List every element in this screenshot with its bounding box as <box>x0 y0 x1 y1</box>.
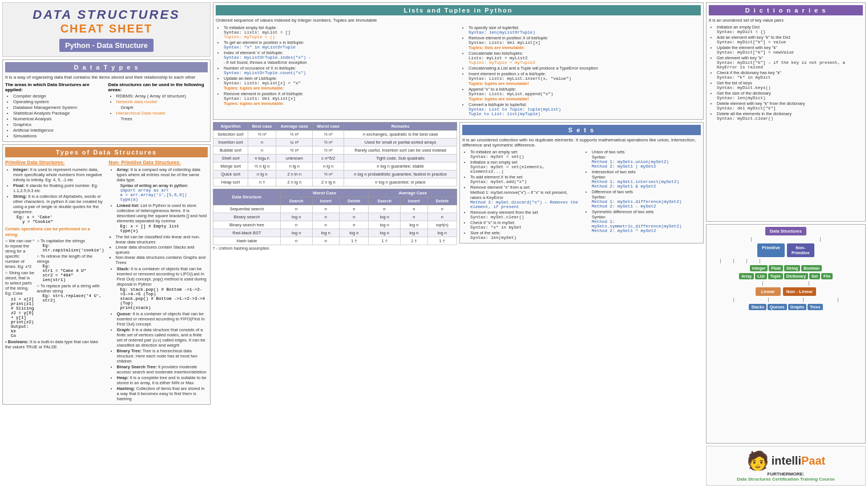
intellipaat-block: 🧑 intelliPaat FURTHERMORE: Data Structur… <box>706 446 866 486</box>
tree-node-tuple: Tuple <box>768 273 783 279</box>
string-op-item: ○ String can be sliced, that is to selec… <box>5 270 34 296</box>
cell: n <box>369 205 401 213</box>
cell: 1 † <box>427 237 457 245</box>
cell: ½ n² <box>276 131 313 139</box>
cell: ½ n² <box>313 147 344 154</box>
set-item: Check if "x" is in mySet Syntax: "x" in … <box>470 220 579 230</box>
title-block: DATA STRUCTURES CHEAT SHEET Python - Dat… <box>2 2 211 57</box>
tree-node-queues: Queues <box>768 304 787 310</box>
cell: ½ n² <box>313 139 344 147</box>
lists-list2: To specify size of tuple/list: Syntax: l… <box>461 25 701 116</box>
lists-cols: To initialize empty list /tuple: Syntax:… <box>216 25 701 117</box>
cell: n lg n <box>248 170 276 178</box>
cell: ¼ n² <box>276 139 313 147</box>
algo-header-row: Algorithm Best case Average case Worst c… <box>213 123 457 131</box>
title-line2: CHEAT SHEET <box>7 22 205 35</box>
types-header: Types of Data Structures <box>5 147 208 157</box>
table-row: Hash table n n 1 † 1 † 1 † 1 † <box>213 237 457 245</box>
area-item: Compiler design <box>13 93 105 99</box>
cell: n <box>280 205 312 213</box>
cell: log n <box>280 213 312 221</box>
ll-item: The list can be classified into linear a… <box>116 234 208 245</box>
sets-intro: It is an unordered collection with no du… <box>462 137 701 148</box>
types-cols: Primitive Data Structures: Integer: It i… <box>5 160 208 402</box>
code-example: len(str1) <box>37 278 104 282</box>
search-col: Delete <box>427 197 457 205</box>
string-ops-left: ○ We can use * to repeat the string for … <box>5 238 34 338</box>
cell: log n <box>340 229 369 237</box>
cell: n log n guarantee; in place <box>344 178 457 186</box>
tree-connectors-l2 <box>709 259 863 263</box>
cell: n <box>248 139 276 147</box>
sets-col1: To initialize an empty set: Syntax: mySe… <box>462 149 579 241</box>
cell: 1 † <box>369 237 401 245</box>
sets-header: S e t s <box>462 125 701 135</box>
np-item: Binary Tree: Tree is a hierarchical data… <box>117 348 208 364</box>
tree-connectors-l1 <box>717 237 855 242</box>
algo-col-algorithm: Algorithm <box>213 123 248 131</box>
code-example: type(x) <box>109 229 208 233</box>
cell: log n <box>427 229 457 237</box>
cell: c n^5/2 <box>313 154 344 162</box>
sets-block: S e t s It is an unordered collection wi… <box>459 122 704 243</box>
string-ops-heading: Certain operations can be performed on a… <box>5 226 104 237</box>
search-col: Search <box>280 197 312 205</box>
primitive-list: Integer: It is used to represent numeric… <box>5 167 104 214</box>
lists-header: Lists and Tuples in Python <box>216 5 701 15</box>
algo-col-worst: Worst case <box>313 123 344 131</box>
algo-col-best: Best case <box>248 123 276 131</box>
cell: Merge sort <box>213 162 248 170</box>
code-example: Eg: x = [] # Empty list <box>109 224 208 229</box>
ds-tree-block: Data Structures Primitive Non-Primitive <box>706 224 866 444</box>
primitive-item: String: It is a collection of Alphabets,… <box>13 194 104 214</box>
cell: n <box>401 213 428 221</box>
code-example: a = arr.array('i',[5,6,9]) <box>109 193 208 197</box>
np-item: Queue: It is a container of objects that… <box>117 311 208 327</box>
lists-intro: Ordered sequence of values indexed by in… <box>216 18 701 23</box>
list-item: Index of element 'x' of list/tuple: Synt… <box>224 50 456 65</box>
cell: n lg n <box>276 162 313 170</box>
area-item: Graphics <box>13 122 105 127</box>
cell: ½ n² <box>276 147 313 154</box>
cell: sqrt(n) <box>427 221 457 229</box>
list-item: To get an element in position x in list/… <box>224 40 456 50</box>
algo-table: Algorithm Best case Average case Worst c… <box>213 122 457 186</box>
string-op-item: ○ To retrieve the length of the strings <box>37 254 104 264</box>
search-tbody: Sequential search n n n n n n Binary sea… <box>213 205 457 245</box>
set-item: Union of two sets Syntax: Method 1: mySe… <box>592 149 701 169</box>
search-table: Data Structure Worst Case Average Case S… <box>213 189 457 245</box>
table-row: Quick sort n lg n 2 n ln n ½ n² n log n … <box>213 170 457 178</box>
cell: n <box>280 221 312 229</box>
dict-item: Get the list of keys Syntax: myDict.keys… <box>717 80 863 90</box>
code-example: print(z2) <box>5 320 34 324</box>
primitive-col: Primitive Data Structures: Integer: It i… <box>5 160 104 402</box>
primitive-item: Float: It stands for floating point numb… <box>13 183 104 193</box>
search-col: Delete <box>340 197 369 205</box>
types-block: Types of Data Structures Primitive Data … <box>2 144 211 405</box>
intellipaat-logo-figure: 🧑 intelliPaat <box>710 450 862 471</box>
list-item: Convert a list/tuple to tuple/list: Synt… <box>469 102 701 116</box>
v-line <box>809 281 809 286</box>
tree-node-nonprimitive: Non-Primitive <box>787 243 814 257</box>
dict-item: Get element with key "k" Syntax: myDict[… <box>717 55 863 70</box>
tree-connectors-l3 <box>740 281 832 286</box>
list-item: Append "x" to a list/tuple: Syntax: List… <box>469 87 701 101</box>
code-example: stack.pop() # Bottom ->1->2->3->4 (Top) <box>109 296 208 306</box>
cell: log n <box>401 229 428 237</box>
cell: n <box>340 213 369 221</box>
cell: n <box>280 237 312 245</box>
ll-item: Non-linear data structures contains Grap… <box>116 255 208 265</box>
sets-area: S e t s It is an unordered collection wi… <box>459 122 704 250</box>
tree-connectors-l4 <box>717 298 855 302</box>
sets-list2: Union of two sets Syntax: Method 1: mySe… <box>584 149 701 233</box>
cell: unknown <box>276 154 313 162</box>
footnote: † - Uniform hashing assumption <box>213 246 457 250</box>
cell: Used for small or partial-sorted arrays <box>344 139 457 147</box>
right-column: D i c t i o n a r i e s It is an unorder… <box>706 2 866 486</box>
list-item: Concatenating a List and a Tuple will pr… <box>469 66 701 71</box>
cell: 1 † <box>401 237 428 245</box>
search-col: Insert <box>401 197 428 205</box>
search-avg-header: Average Case <box>369 189 457 197</box>
set-item: To initialize an empty set: Syntax: mySe… <box>470 149 579 159</box>
cell: n lg n <box>313 162 344 170</box>
